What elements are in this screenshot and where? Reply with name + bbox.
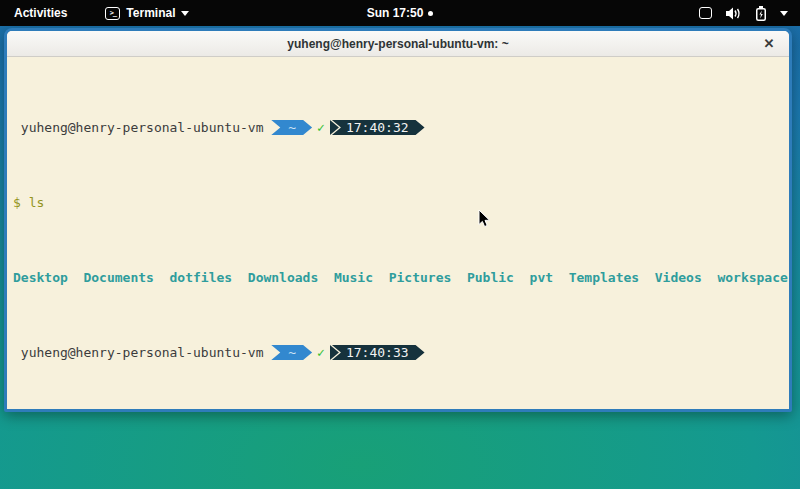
- prompt-time-segment: 17:40:33: [332, 345, 425, 360]
- output-line: Desktop Documents dotfiles Downloads Mus…: [13, 270, 789, 285]
- window-titlebar[interactable]: yuheng@henry-personal-ubuntu-vm: ~ ✕: [7, 31, 789, 57]
- terminal-app-icon: >_: [105, 7, 120, 20]
- app-menu-label: Terminal: [126, 6, 175, 20]
- clock[interactable]: Sun 17:50: [367, 6, 424, 20]
- prompt-time-segment: 17:40:32: [332, 120, 425, 135]
- prompt-path-segment: ~: [271, 120, 312, 135]
- window-title: yuheng@henry-personal-ubuntu-vm: ~: [287, 37, 508, 51]
- volume-icon: [726, 7, 742, 20]
- chevron-down-icon: [181, 11, 189, 16]
- mouse-cursor-icon: [478, 209, 491, 228]
- system-status-area[interactable]: [687, 0, 800, 26]
- terminal-window: yuheng@henry-personal-ubuntu-vm: ~ ✕ yuh…: [4, 28, 792, 412]
- check-icon: ✓: [312, 120, 330, 135]
- app-menu-terminal[interactable]: >_ Terminal: [105, 0, 189, 26]
- close-button[interactable]: ✕: [759, 31, 779, 56]
- activities-button[interactable]: Activities: [0, 0, 81, 26]
- prompt-line: yuheng@henry-personal-ubuntu-vm ~ ✓ 17:4…: [13, 120, 789, 135]
- display-icon: [699, 7, 712, 19]
- prompt-path-segment: ~: [271, 345, 312, 360]
- ls-output: Desktop Documents dotfiles Downloads Mus…: [13, 270, 788, 285]
- top-bar: Activities >_ Terminal Sun 17:50: [0, 0, 800, 26]
- notification-dot-icon: [428, 11, 433, 16]
- prompt-user-host: yuheng@henry-personal-ubuntu-vm: [13, 345, 271, 360]
- chevron-down-icon: [780, 11, 788, 16]
- prompt-user-host: yuheng@henry-personal-ubuntu-vm: [13, 120, 271, 135]
- typed-command: ls: [29, 195, 45, 210]
- prompt-line: yuheng@henry-personal-ubuntu-vm ~ ✓ 17:4…: [13, 345, 789, 360]
- prompt-symbol: $: [13, 195, 21, 210]
- check-icon: ✓: [312, 345, 330, 360]
- terminal-content[interactable]: yuheng@henry-personal-ubuntu-vm ~ ✓ 17:4…: [7, 57, 789, 412]
- command-line: $ ls: [13, 195, 789, 210]
- battery-charging-icon: [756, 6, 766, 21]
